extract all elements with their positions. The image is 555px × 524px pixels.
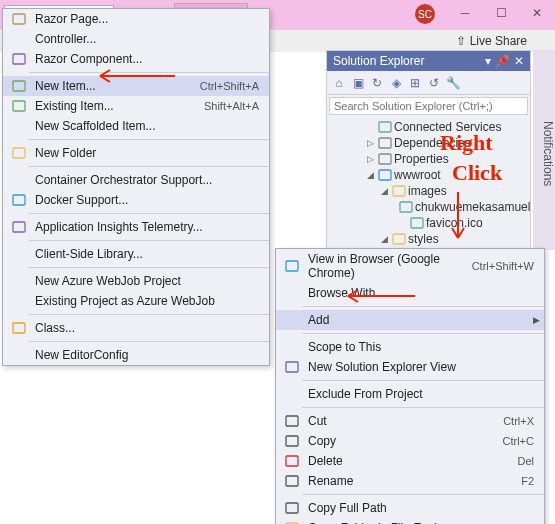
menu-item-label: Scope to This	[302, 340, 538, 354]
menu-item-label: Copy	[302, 434, 503, 448]
solution-toolbar: ⌂ ▣ ↻ ◈ ⊞ ↺ 🔧	[327, 71, 530, 95]
menu-item[interactable]: DeleteDel	[276, 451, 544, 471]
tree-item-label: Dependencies	[394, 136, 471, 150]
menu-item-label: Class...	[29, 321, 263, 335]
tree-item[interactable]: ▷Dependencies	[327, 135, 530, 151]
menu-item-label: Client-Side Library...	[29, 247, 263, 261]
page-icon	[9, 12, 29, 26]
tree-item-label: Properties	[394, 152, 449, 166]
menu-shortcut: Ctrl+C	[503, 435, 538, 447]
expand-icon[interactable]: ▷	[365, 154, 376, 164]
dropdown-icon[interactable]: ▾	[485, 54, 491, 68]
menu-item[interactable]: Application Insights Telemetry...	[3, 217, 269, 237]
scope-icon[interactable]: ◈	[388, 75, 404, 91]
menu-item-label: View in Browser (Google Chrome)	[302, 252, 472, 280]
menu-item[interactable]: Existing Project as Azure WebJob	[3, 291, 269, 311]
tree-item[interactable]: ◢wwwroot	[327, 167, 530, 183]
menu-item[interactable]: New Azure WebJob Project	[3, 271, 269, 291]
menu-item-label: Controller...	[29, 32, 263, 46]
svg-rect-4	[393, 186, 405, 196]
menu-item[interactable]: New EditorConfig	[3, 345, 269, 365]
menu-item-label: New Item...	[29, 79, 200, 93]
menu-item[interactable]: New Scaffolded Item...	[3, 116, 269, 136]
tree-item-label: chukwuemekasamuel.jpg	[415, 200, 530, 214]
menu-item[interactable]: View in Browser (Google Chrome)Ctrl+Shif…	[276, 249, 544, 283]
svg-rect-16	[13, 323, 25, 333]
solution-search-input[interactable]	[329, 97, 528, 115]
svg-rect-13	[13, 148, 25, 158]
menu-item[interactable]: Scope to This	[276, 337, 544, 357]
menu-item[interactable]: New Folder	[3, 143, 269, 163]
menu-item-label: Exclude From Project	[302, 387, 538, 401]
tree-item[interactable]: Connected Services	[327, 119, 530, 135]
close-icon[interactable]: ✕	[514, 54, 524, 68]
menu-item[interactable]: CopyCtrl+C	[276, 431, 544, 451]
tree-item[interactable]: favicon.ico	[327, 215, 530, 231]
menu-item[interactable]: Razor Component...	[3, 49, 269, 69]
menu-item[interactable]: Controller...	[3, 29, 269, 49]
menu-item[interactable]: Exclude From Project	[276, 384, 544, 404]
svg-rect-1	[379, 138, 391, 148]
submenu-arrow-icon: ▶	[533, 315, 540, 325]
svg-rect-19	[286, 416, 298, 426]
sync-icon[interactable]: ↻	[369, 75, 385, 91]
properties-icon[interactable]: 🔧	[445, 75, 461, 91]
folder-icon	[9, 146, 29, 160]
home-icon[interactable]: ⌂	[331, 75, 347, 91]
menu-item-label: New Solution Explorer View	[302, 360, 538, 374]
avatar[interactable]: SC	[415, 4, 435, 24]
menu-item[interactable]: Add▶	[276, 310, 544, 330]
menu-item-label: Docker Support...	[29, 193, 263, 207]
minimize-button[interactable]: ─	[447, 0, 483, 26]
menu-item[interactable]: Razor Page...	[3, 9, 269, 29]
menu-item[interactable]: Existing Item...Shift+Alt+A	[3, 96, 269, 116]
menu-item[interactable]: Container Orchestrator Support...	[3, 170, 269, 190]
globe-icon	[378, 168, 392, 182]
menu-item[interactable]: New Solution Explorer View	[276, 357, 544, 377]
menu-item-label: New EditorConfig	[29, 348, 263, 362]
tree-item[interactable]: ◢images	[327, 183, 530, 199]
tree-item-label: favicon.ico	[426, 216, 483, 230]
refresh-icon[interactable]: ↺	[426, 75, 442, 91]
image-icon	[410, 216, 424, 230]
svg-rect-17	[286, 261, 298, 271]
tree-item[interactable]: ▷Properties	[327, 151, 530, 167]
show-all-icon[interactable]: ⊞	[407, 75, 423, 91]
menu-shortcut: Ctrl+Shift+W	[472, 260, 538, 272]
svg-rect-23	[286, 503, 298, 513]
expand-icon[interactable]: ▷	[365, 138, 376, 148]
menu-item[interactable]: Class...	[3, 318, 269, 338]
collapse-icon[interactable]: ▣	[350, 75, 366, 91]
class-icon	[9, 321, 29, 335]
menu-item-label: Rename	[302, 474, 521, 488]
solution-tree[interactable]: Connected Services▷Dependencies▷Properti…	[327, 117, 530, 265]
menu-item[interactable]: New Item...Ctrl+Shift+A	[3, 76, 269, 96]
menu-shortcut: Ctrl+X	[503, 415, 538, 427]
expand-icon[interactable]: ◢	[365, 170, 376, 180]
tree-item[interactable]: ◢styles	[327, 231, 530, 247]
close-button[interactable]: ✕	[519, 0, 555, 26]
menu-item-label: Delete	[302, 454, 517, 468]
svg-rect-18	[286, 362, 298, 372]
menu-item[interactable]: CutCtrl+X	[276, 411, 544, 431]
expand-icon[interactable]: ◢	[379, 234, 390, 244]
menu-item-label: Cut	[302, 414, 503, 428]
menu-shortcut: Ctrl+Shift+A	[200, 80, 263, 92]
menu-item[interactable]: Browse With...	[276, 283, 544, 303]
expand-icon[interactable]: ◢	[379, 186, 390, 196]
cut-icon	[282, 414, 302, 428]
menu-item[interactable]: RenameF2	[276, 471, 544, 491]
add-submenu: Razor Page...Controller...Razor Componen…	[2, 8, 270, 366]
pin-icon[interactable]: 📌	[495, 54, 510, 68]
tree-item-label: images	[408, 184, 447, 198]
notifications-tab[interactable]: Notifications	[533, 50, 555, 250]
live-share-button[interactable]: ⇧ Live Share	[452, 30, 531, 52]
explorer-icon	[282, 360, 302, 374]
tree-item[interactable]: chukwuemekasamuel.jpg	[327, 199, 530, 215]
menu-item[interactable]: Copy Full Path	[276, 498, 544, 518]
menu-item[interactable]: Docker Support...	[3, 190, 269, 210]
existing-item-icon	[9, 99, 29, 113]
menu-item[interactable]: Client-Side Library...	[3, 244, 269, 264]
menu-item[interactable]: Open Folder in File Explorer	[276, 518, 544, 524]
maximize-button[interactable]: ☐	[483, 0, 519, 26]
